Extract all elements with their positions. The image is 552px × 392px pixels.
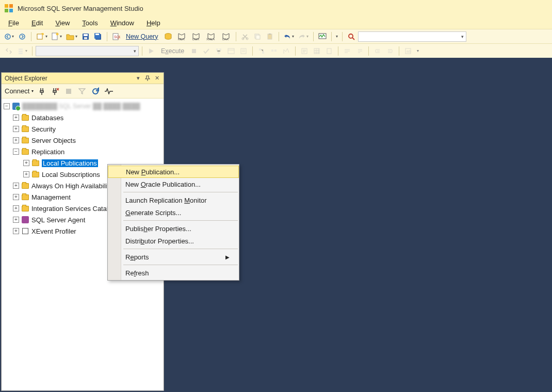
indent-button <box>372 45 383 57</box>
menu-publisher-properties[interactable]: Publisher Properties... <box>108 222 239 235</box>
tree-label: XEvent Profiler <box>31 227 76 235</box>
collapse-icon[interactable]: − <box>4 103 10 109</box>
folder-icon <box>21 205 29 212</box>
server-name-label: ████████ SQL Server ██ ████ ████ <box>22 103 140 110</box>
svg-point-9 <box>56 32 59 35</box>
disconnect-icon[interactable] <box>50 86 60 96</box>
menu-launch-replication-monitor[interactable]: Launch Replication Monitor <box>108 194 239 206</box>
expand-icon[interactable]: + <box>13 217 19 223</box>
folder-icon <box>21 193 29 201</box>
svg-rect-49 <box>66 89 71 94</box>
new-file-button[interactable]: ▾ <box>50 31 63 42</box>
menu-reports[interactable]: Reports▶ <box>108 251 239 263</box>
svg-rect-35 <box>216 48 218 51</box>
filter-icon[interactable] <box>77 86 87 96</box>
expand-icon[interactable]: + <box>23 171 29 177</box>
connect-icon[interactable] <box>37 86 47 96</box>
new-project-button[interactable]: ▾ <box>35 31 49 42</box>
live-stats-button <box>268 45 280 57</box>
svg-rect-43 <box>274 50 277 52</box>
cancel-query-button <box>188 45 200 57</box>
mdx-query-button[interactable]: MDX <box>175 31 188 42</box>
svg-rect-46 <box>327 48 331 54</box>
client-stats-button <box>281 45 292 57</box>
query-options-button <box>225 45 237 57</box>
svg-rect-41 <box>262 52 264 54</box>
menu-new-oracle-publication[interactable]: New Oracle Publication... <box>108 178 239 190</box>
cut-button <box>239 31 251 42</box>
paste-button <box>264 31 275 42</box>
menu-edit[interactable]: Edit <box>26 18 48 28</box>
window-position-button[interactable]: ▾ <box>135 75 142 82</box>
context-menu: New Publication... New Oracle Publicatio… <box>107 164 239 281</box>
open-file-button[interactable]: ▾ <box>64 31 79 42</box>
menu-refresh[interactable]: Refresh <box>108 267 239 279</box>
connect-dropdown[interactable]: Connect▾ <box>5 87 34 95</box>
nav-back-button[interactable]: ▾ <box>3 31 15 42</box>
undo-button[interactable]: ▾ <box>282 31 296 42</box>
tree-server-objects[interactable]: + Server Objects <box>2 135 164 146</box>
menu-generate-scripts[interactable]: Generate Scripts... <box>108 206 239 219</box>
menu-help[interactable]: Help <box>141 18 166 28</box>
object-explorer-title: Object Explorer <box>5 75 47 82</box>
expand-icon[interactable]: + <box>13 137 19 143</box>
tree-security[interactable]: + Security <box>2 123 164 135</box>
tree-label: Always On High Availability <box>31 182 112 190</box>
find-button[interactable] <box>346 31 357 42</box>
object-explorer-toolbar: Connect▾ <box>2 84 164 99</box>
activity-icon[interactable] <box>104 86 114 96</box>
display-plan-button <box>213 45 224 57</box>
expand-icon[interactable]: + <box>13 194 19 200</box>
parse-button <box>201 45 212 57</box>
change-connection-button <box>3 45 14 57</box>
menu-file[interactable]: File <box>3 18 24 28</box>
svg-text:DAX: DAX <box>222 38 229 41</box>
execute-button: Execute <box>158 47 187 55</box>
include-plan-button <box>256 45 267 57</box>
expand-icon[interactable]: + <box>13 183 19 189</box>
new-query-button[interactable]: New Query <box>123 33 161 40</box>
nav-forward-button[interactable] <box>17 31 28 42</box>
svg-rect-40 <box>259 48 261 51</box>
database-engine-query-button[interactable] <box>163 31 174 42</box>
save-all-button[interactable] <box>92 31 104 42</box>
menu-tools[interactable]: Tools <box>77 18 103 28</box>
toolbar-sql: ▾ ▾ Execute <box>0 43 552 58</box>
xmla-query-button[interactable]: XMLA <box>204 31 218 42</box>
svg-rect-33 <box>19 53 23 54</box>
collapse-icon[interactable]: − <box>13 149 19 155</box>
close-icon[interactable]: ✕ <box>153 75 160 82</box>
menu-window[interactable]: Window <box>105 18 139 28</box>
save-button[interactable] <box>80 31 91 42</box>
tree-label: Management <box>31 193 71 201</box>
expand-icon[interactable]: + <box>13 205 19 211</box>
menu-new-publication[interactable]: New Publication... <box>108 166 239 178</box>
new-query-icon[interactable]: SQL <box>110 31 122 42</box>
tree-label: Server Objects <box>31 137 76 144</box>
dax-query-button[interactable]: DAX <box>219 31 233 42</box>
tree-label: Replication <box>31 148 64 156</box>
expand-icon[interactable]: + <box>13 115 19 121</box>
tree-server-node[interactable]: − ████████ SQL Server ██ ████ ████ <box>2 101 164 112</box>
refresh-icon[interactable] <box>90 86 101 96</box>
expand-icon[interactable]: + <box>13 126 19 132</box>
search-combo[interactable]: ▾ <box>358 31 466 42</box>
expand-icon[interactable]: + <box>23 160 29 166</box>
tree-label: Databases <box>31 114 63 122</box>
tree-label: Local Publications <box>42 159 98 167</box>
tree-replication[interactable]: − Replication <box>2 146 164 157</box>
tree-label: Security <box>31 125 56 133</box>
svg-rect-26 <box>256 35 260 39</box>
uncomment-button <box>354 45 365 57</box>
tree-databases[interactable]: + Databases <box>2 112 164 123</box>
dmx-query-button[interactable]: DMX <box>189 31 203 42</box>
menu-distributor-properties[interactable]: Distributor Properties... <box>108 235 239 247</box>
expand-icon[interactable]: + <box>13 228 19 234</box>
activity-monitor-button[interactable] <box>317 31 328 42</box>
agent-icon <box>21 216 29 223</box>
stop-icon[interactable] <box>63 86 74 96</box>
results-text-button <box>299 45 310 57</box>
pin-icon[interactable] <box>144 75 151 82</box>
svg-rect-28 <box>269 34 271 35</box>
menu-view[interactable]: View <box>50 18 75 28</box>
